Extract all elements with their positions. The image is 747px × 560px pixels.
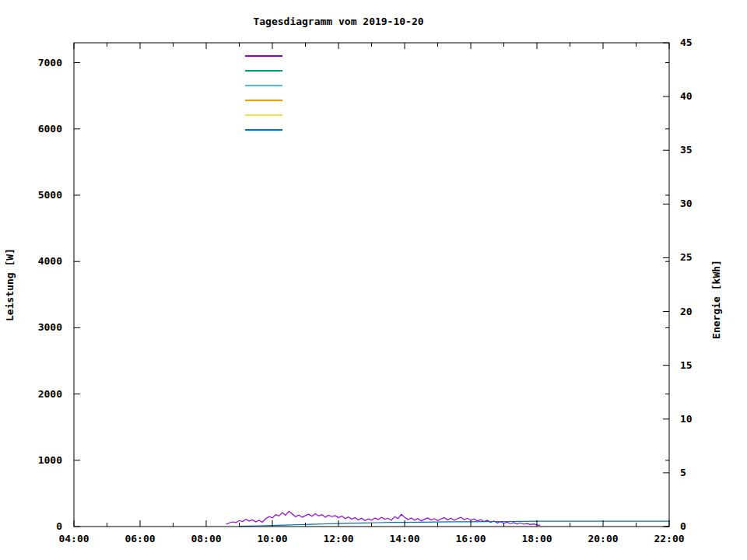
plot-border [74, 43, 669, 527]
series-line-energie [240, 521, 670, 527]
y-tick-label: 0 [56, 520, 62, 532]
y2-tick-label: 10 [680, 413, 693, 425]
legend-line-swatch [245, 55, 282, 57]
x-tick-label: 14:00 [389, 533, 419, 544]
x-tick-label: 06:00 [124, 533, 155, 544]
x-tick-label: 08:00 [191, 533, 221, 544]
chart-canvas: Tagesdiagramm vom 2019-10-20 Leistung [W… [0, 0, 747, 560]
y2-tick-label: 35 [680, 144, 693, 156]
y2-tick-label: 0 [680, 520, 686, 532]
y-tick-label: 4000 [38, 255, 62, 267]
legend-line-swatch [245, 70, 282, 72]
x-tick-label: 20:00 [587, 533, 618, 544]
plot-area: 04:0006:0008:0010:0012:0014:0016:0018:00… [0, 0, 747, 560]
y-tick-label: 5000 [38, 189, 62, 201]
legend-line-swatch [245, 114, 282, 116]
y-tick-label: 3000 [38, 321, 62, 333]
x-tick-label: 04:00 [58, 533, 89, 544]
series-line-ac-leistung [226, 511, 541, 525]
x-tick-label: 18:00 [521, 533, 552, 544]
y2-tick-label: 20 [680, 306, 693, 317]
x-tick-label: 12:00 [323, 533, 353, 544]
y2-tick-label: 40 [680, 90, 693, 102]
y2-tick-label: 25 [680, 251, 693, 263]
x-tick-label: 10:00 [257, 533, 287, 544]
y-tick-label: 7000 [38, 57, 62, 68]
y2-tick-label: 5 [680, 467, 686, 478]
y2-tick-label: 45 [680, 37, 693, 48]
legend-line-swatch [245, 129, 282, 131]
x-tick-label: 16:00 [455, 533, 486, 544]
y2-tick-label: 15 [680, 359, 693, 371]
y-tick-label: 2000 [38, 388, 62, 400]
x-tick-label: 22:00 [654, 533, 684, 544]
y-tick-label: 1000 [38, 454, 62, 466]
legend-line-swatch [245, 85, 282, 86]
legend-line-swatch [245, 100, 282, 101]
y2-tick-label: 30 [680, 198, 693, 209]
y-tick-label: 6000 [38, 123, 62, 135]
